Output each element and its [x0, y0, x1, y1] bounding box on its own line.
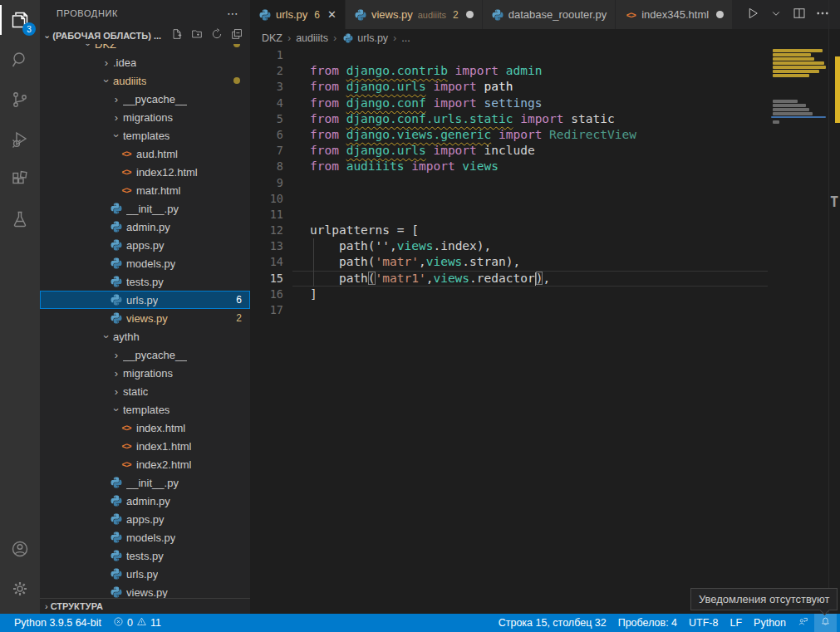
activitybar-run-debug[interactable] [0, 120, 40, 159]
code-line-12[interactable]: 12urlpatterns = [ [250, 223, 840, 238]
python-file-icon [110, 549, 123, 562]
tree-item-models-py[interactable]: models.py [40, 254, 250, 272]
tree-item-migrations[interactable]: ›migrations [40, 108, 250, 126]
activitybar-settings[interactable] [0, 569, 40, 609]
html-file-icon: <> [120, 165, 133, 179]
tree-item--pycache-[interactable]: ›__pycache__ [40, 90, 250, 108]
sidebar-more-icon[interactable]: ⋯ [227, 7, 238, 20]
code-line-6[interactable]: 6from django.views.generic import Redire… [250, 127, 840, 143]
tree-item-tests-py[interactable]: tests.py [40, 272, 250, 291]
tab-urls-py[interactable]: urls.py6✕ [250, 0, 346, 29]
tree-item-label: urls.py [126, 294, 158, 306]
tree-item-templates[interactable]: ›templates [40, 400, 250, 419]
tree-item--init-py[interactable]: __init__.py [40, 473, 250, 492]
breadcrumb-item[interactable]: audiiits [296, 32, 328, 44]
code-line-4[interactable]: 4from django.conf import settings [250, 96, 840, 111]
tree-item--pycache-[interactable]: ›__pycache__ [40, 345, 250, 364]
code-line-5[interactable]: 5from django.conf.urls.static import sta… [250, 111, 840, 127]
activitybar-source-control[interactable] [0, 80, 40, 120]
collapse-all-icon[interactable] [230, 27, 243, 44]
run-icon[interactable] [745, 6, 760, 24]
code-editor[interactable]: 12from django.contrib import admin3from … [250, 47, 840, 614]
tree-item-tests-py[interactable]: tests.py [40, 546, 250, 565]
status-encoding[interactable]: UTF-8 [683, 614, 724, 632]
code-line-13[interactable]: 13 path('',views.index), [250, 238, 840, 254]
tree-item-aythh[interactable]: ›aythh [40, 327, 250, 345]
warning-triangle-icon [136, 616, 147, 630]
line-number: 7 [250, 143, 299, 159]
tree-item-views-py[interactable]: views.py2 [40, 309, 250, 327]
status-text: LF [729, 617, 742, 629]
tree-item-label: tests.py [126, 276, 164, 288]
code-line-16[interactable]: 16] [250, 287, 840, 302]
tree-item-apps-py[interactable]: apps.py [40, 510, 250, 528]
status-feedback[interactable] [792, 614, 814, 632]
status-cursor-position[interactable]: Строка 15, столбец 32 [493, 614, 612, 632]
outline-label: СТРУКТУРА [51, 601, 103, 611]
activitybar-testing[interactable] [0, 199, 40, 239]
tree-item-index1-html[interactable]: <>index1.html [40, 437, 250, 455]
new-folder-icon[interactable] [190, 27, 204, 44]
code-line-11[interactable]: 11 [250, 207, 840, 223]
status-python-interpreter[interactable]: Python 3.9.5 64-bit [8, 614, 107, 632]
code-line-7[interactable]: 7from django.urls import include [250, 143, 840, 159]
tree-item-admin-py[interactable]: admin.py [40, 492, 250, 510]
status-problems[interactable]: 011 [107, 614, 167, 632]
activitybar-extensions[interactable] [0, 159, 40, 199]
run-dropdown-icon[interactable] [769, 6, 784, 24]
tree-item-views-py[interactable]: views.py [40, 583, 250, 598]
status-language-mode[interactable]: Python [748, 614, 792, 632]
tree-item-matr-html[interactable]: <>matr.html [40, 181, 250, 199]
code-line-3[interactable]: 3from django.urls import path [250, 79, 840, 95]
dirty-dot-icon[interactable] [716, 11, 724, 18]
minimap[interactable] [771, 47, 828, 595]
code-line-9[interactable]: 9 [250, 175, 840, 191]
tree-item-models-py[interactable]: models.py [40, 528, 250, 546]
status-indentation[interactable]: Пробелов: 4 [612, 614, 683, 632]
code-line-17[interactable]: 17 [250, 302, 840, 318]
tree-item--idea[interactable]: ›.idea [40, 53, 250, 71]
tree-item-static[interactable]: ›static [40, 382, 250, 400]
tree-item--init-py[interactable]: __init__.py [40, 199, 250, 218]
tree-item-apps-py[interactable]: apps.py [40, 236, 250, 254]
status-text: Пробелов: 4 [618, 617, 677, 629]
tree-item-label: static [123, 385, 148, 398]
scrollbar[interactable]: T [828, 0, 840, 614]
tree-item-templates[interactable]: ›templates [40, 126, 250, 145]
tree-item-audiiits[interactable]: ›audiiits [40, 71, 250, 90]
code-line-1[interactable]: 1 [250, 47, 840, 63]
status-notifications-bell[interactable] [814, 614, 837, 632]
activitybar-search[interactable] [0, 40, 40, 80]
dirty-dot-icon[interactable] [466, 11, 474, 18]
split-editor-icon[interactable] [792, 6, 807, 24]
code-line-10[interactable]: 10 [250, 191, 840, 207]
breadcrumb-item[interactable]: ... [401, 32, 410, 44]
code-line-15[interactable]: 15 path('matr1',views.redactor), [250, 271, 840, 287]
outline-section[interactable]: › СТРУКТУРА [40, 598, 250, 614]
close-icon[interactable]: ✕ [327, 8, 336, 21]
tab-index345-html[interactable]: <>index345.html [616, 0, 733, 29]
tree-item-aud-html[interactable]: <>aud.html [40, 145, 250, 163]
workspace-section-header[interactable]: ⌄ (РАБОЧАЯ ОБЛАСТЬ) ... [40, 27, 250, 44]
code-line-2[interactable]: 2from django.contrib import admin [250, 63, 840, 79]
tree-item-index12-html[interactable]: <>index12.html [40, 163, 250, 181]
python-file-icon [110, 494, 123, 507]
tree-item-index-html[interactable]: <>index.html [40, 419, 250, 437]
code-line-14[interactable]: 14 path('matr',views.stran), [250, 254, 840, 270]
activitybar-explorer[interactable]: 3 [0, 0, 40, 40]
tree-item-migrations[interactable]: ›migrations [40, 364, 250, 382]
activitybar-account[interactable] [0, 529, 40, 569]
tab-views-py[interactable]: views.pyaudiiits2 [346, 0, 483, 29]
tree-item-urls-py[interactable]: urls.py6 [40, 291, 250, 309]
refresh-icon[interactable] [210, 27, 224, 44]
new-file-icon[interactable] [170, 27, 184, 44]
status-eol[interactable]: LF [724, 614, 748, 632]
tree-item-admin-py[interactable]: admin.py [40, 218, 250, 236]
tree-item-urls-py[interactable]: urls.py [40, 565, 250, 583]
tab-database-roouter-py[interactable]: database_roouter.py [483, 0, 616, 29]
breadcrumb-item[interactable]: urls.py [341, 32, 388, 45]
code-line-8[interactable]: 8from audiiits import views [250, 159, 840, 174]
breadcrumb-item[interactable]: DKZ [262, 32, 282, 44]
tab-problems-badge: 6 [314, 9, 320, 21]
tree-item-index2-html[interactable]: <>index2.html [40, 455, 250, 473]
